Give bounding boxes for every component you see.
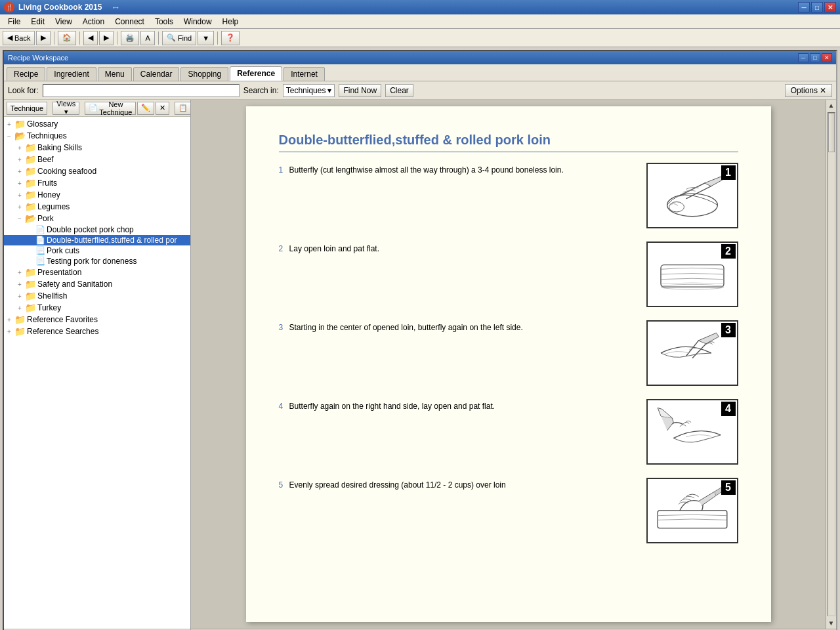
menu-file[interactable]: File	[3, 16, 26, 28]
tree-item-double-pocket[interactable]: 📄 Double pocket pork chop	[4, 224, 190, 235]
tree-item-pork-cuts[interactable]: 📃 Pork cuts	[4, 245, 190, 256]
menu-connect[interactable]: Connect	[110, 16, 150, 28]
step-row-5: 5 Evenly spread desired dressing (about …	[279, 478, 738, 543]
close-button[interactable]: ✕	[824, 2, 836, 12]
scroll-up-arrow[interactable]: ▲	[828, 100, 835, 111]
expand-legumes[interactable]: +	[14, 203, 25, 211]
back-label: Back	[14, 34, 30, 42]
expand-beef[interactable]: +	[14, 156, 25, 163]
expand-techniques[interactable]: −	[4, 133, 14, 140]
delete-button[interactable]: ✕	[156, 102, 169, 115]
nav-prev-button[interactable]: ◀	[83, 31, 98, 45]
tree-item-legumes[interactable]: + 📁 Legumes	[4, 201, 190, 213]
expand-pork[interactable]: −	[14, 215, 25, 222]
expand-presentation[interactable]: +	[14, 269, 25, 276]
tab-menu[interactable]: Menu	[98, 67, 132, 81]
expand-testing-pork	[25, 258, 35, 265]
tree-item-honey[interactable]: + 📁 Honey	[4, 189, 190, 201]
help-button[interactable]: ❓	[221, 31, 240, 45]
ws-maximize-button[interactable]: □	[810, 53, 820, 62]
tree-label-glossary: Glossary	[27, 119, 58, 129]
print-button[interactable]: 🖨️	[121, 31, 139, 45]
nav-next-button[interactable]: ▶	[99, 31, 114, 45]
tree-item-baking[interactable]: + 📁 Baking Skills	[4, 142, 190, 154]
folder-icon-beef: 📁	[25, 154, 36, 165]
tab-internet[interactable]: Internet	[284, 67, 325, 81]
expand-glossary[interactable]: +	[4, 121, 14, 128]
edit-button[interactable]: ✏️	[137, 102, 154, 115]
scroll-track[interactable]	[828, 112, 835, 616]
menu-edit[interactable]: Edit	[26, 16, 50, 28]
clear-button[interactable]: Clear	[385, 84, 413, 97]
search-input[interactable]	[43, 84, 240, 97]
search-in-dropdown[interactable]: Techniques ▾	[283, 84, 335, 97]
technique-label-btn[interactable]: Technique	[7, 102, 47, 115]
menu-view[interactable]: View	[50, 16, 77, 28]
menu-action[interactable]: Action	[77, 16, 110, 28]
tree-item-testing-pork[interactable]: 📃 Testing pork for doneness	[4, 256, 190, 266]
expand-cooking-seafood[interactable]: +	[14, 168, 25, 175]
tab-reference[interactable]: Reference	[230, 66, 282, 81]
find-now-button[interactable]: Find Now	[339, 84, 381, 97]
tree-item-cooking-seafood[interactable]: + 📁 Cooking seafood	[4, 165, 190, 177]
back-icon: ◀	[7, 33, 12, 42]
menu-help[interactable]: Help	[217, 16, 244, 28]
dropdown-arrow-icon: ▾	[327, 86, 331, 95]
home-button[interactable]: 🏠	[58, 31, 76, 45]
tree-item-ref-favorites[interactable]: + 📁 Reference Favorites	[4, 314, 190, 326]
back-button[interactable]: ◀ Back	[3, 31, 35, 45]
scroll-thumb[interactable]	[828, 113, 835, 152]
menu-window[interactable]: Window	[178, 16, 217, 28]
expand-double-butterflied	[25, 237, 35, 244]
tree-item-pork[interactable]: − 📂 Pork	[4, 213, 190, 224]
tree-item-presentation[interactable]: + 📁 Presentation	[4, 266, 190, 278]
filter-button[interactable]: ▼	[198, 31, 214, 45]
tree-item-shellfish[interactable]: + 📁 Shellfish	[4, 290, 190, 302]
folder-icon-shellfish: 📁	[25, 291, 36, 301]
forward-button[interactable]: ▶	[36, 31, 51, 45]
expand-honey[interactable]: +	[14, 192, 25, 199]
ws-close-button[interactable]: ✕	[822, 53, 832, 62]
tab-shopping[interactable]: Shopping	[180, 67, 228, 81]
find-label: Find	[178, 34, 192, 42]
minimize-button[interactable]: ─	[798, 2, 810, 12]
expand-safety[interactable]: +	[14, 281, 25, 288]
step-image-num-5: 5	[721, 480, 736, 495]
tree-item-glossary[interactable]: + 📁 Glossary	[4, 118, 190, 130]
views-button[interactable]: Views ▾	[52, 102, 79, 115]
step-image-num-1: 1	[721, 165, 736, 180]
tab-calendar[interactable]: Calendar	[133, 67, 180, 81]
ws-minimize-button[interactable]: ─	[798, 53, 808, 62]
copy-button[interactable]: 📋	[175, 102, 191, 115]
tree-item-fruits[interactable]: + 📁 Fruits	[4, 177, 190, 189]
expand-ref-searches[interactable]: +	[4, 328, 14, 335]
step-num-3: 3	[279, 323, 284, 332]
content-scroll[interactable]: Double-butterflied,stuffed & rolled pork…	[191, 100, 826, 629]
toolbar-sep-3	[117, 32, 117, 45]
tree-item-turkey[interactable]: + 📁 Turkey	[4, 302, 190, 314]
expand-fruits[interactable]: +	[14, 180, 25, 187]
maximize-button[interactable]: □	[811, 2, 823, 12]
scroll-down-arrow[interactable]: ▼	[828, 618, 835, 629]
page-icon-pork-cuts: 📃	[35, 246, 45, 255]
expand-ref-favorites[interactable]: +	[4, 316, 14, 324]
expand-turkey[interactable]: +	[14, 304, 25, 312]
tree-item-safety[interactable]: + 📁 Safety and Sanitation	[4, 278, 190, 290]
tree-item-ref-searches[interactable]: + 📁 Reference Searches	[4, 326, 190, 337]
tree-item-double-butterflied[interactable]: 📄 Double-butterflied,stuffed & rolled po…	[4, 235, 190, 245]
tree-item-techniques[interactable]: − 📂 Techniques	[4, 130, 190, 142]
expand-baking[interactable]: +	[14, 144, 25, 152]
options-button[interactable]: Options ✕	[785, 84, 832, 97]
workspace-title: Recipe Workspace	[8, 54, 68, 62]
find-button[interactable]: 🔍 Find	[162, 31, 196, 45]
menu-tools[interactable]: Tools	[150, 16, 178, 28]
new-technique-button[interactable]: 📄 New Technique	[85, 102, 136, 115]
tree-item-beef[interactable]: + 📁 Beef	[4, 154, 190, 165]
expand-shellfish[interactable]: +	[14, 293, 25, 300]
main-content: Double-butterflied,stuffed & rolled pork…	[191, 100, 836, 630]
content-area: Technique Views ▾ 📄 New Technique ✏️ ✕ 📋…	[4, 100, 836, 630]
tab-ingredient[interactable]: Ingredient	[47, 67, 96, 81]
font-button[interactable]: A	[140, 31, 154, 45]
tab-recipe[interactable]: Recipe	[7, 67, 45, 81]
tree-label-beef: Beef	[37, 155, 54, 164]
